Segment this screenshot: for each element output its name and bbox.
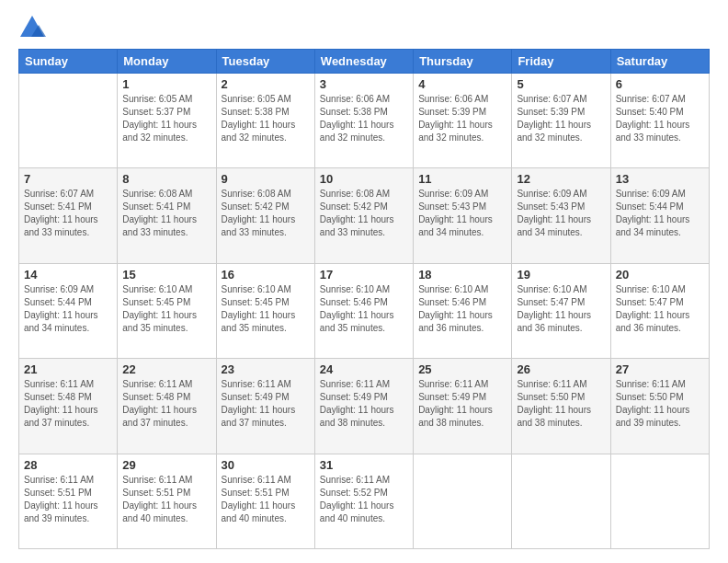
daylight-label: Daylight: 11 hoursand 32 minutes.	[320, 120, 394, 143]
daylight-label: Daylight: 11 hoursand 36 minutes.	[616, 310, 690, 333]
day-number: 8	[122, 172, 210, 186]
sunrise-label: Sunrise: 6:08 AM	[320, 189, 390, 199]
day-number: 22	[122, 362, 210, 376]
sunrise-label: Sunrise: 6:08 AM	[122, 189, 192, 199]
sunset-label: Sunset: 5:49 PM	[222, 392, 290, 402]
sunrise-label: Sunrise: 6:11 AM	[517, 379, 586, 389]
calendar-week-row: 1 Sunrise: 6:05 AM Sunset: 5:37 PM Dayli…	[19, 74, 710, 168]
sunrise-label: Sunrise: 6:10 AM	[222, 284, 291, 294]
calendar-day-cell: 12 Sunrise: 6:09 AM Sunset: 5:43 PM Dayl…	[512, 168, 610, 263]
calendar-day-cell: 26 Sunrise: 6:11 AM Sunset: 5:50 PM Dayl…	[512, 359, 610, 454]
day-number: 2	[222, 77, 310, 91]
sunset-label: Sunset: 5:41 PM	[122, 201, 190, 212]
page: SundayMondayTuesdayWednesdayThursdayFrid…	[0, 0, 728, 563]
day-number: 7	[24, 172, 112, 186]
day-number: 28	[24, 458, 112, 472]
day-info: Sunrise: 6:11 AM Sunset: 5:49 PM Dayligh…	[418, 378, 506, 430]
calendar-day-cell: 19 Sunrise: 6:10 AM Sunset: 5:47 PM Dayl…	[512, 263, 610, 358]
sunset-label: Sunset: 5:50 PM	[517, 392, 585, 402]
sunset-label: Sunset: 5:46 PM	[418, 297, 486, 307]
calendar-day-cell: 17 Sunrise: 6:10 AM Sunset: 5:46 PM Dayl…	[314, 263, 413, 358]
calendar-day-cell: 21 Sunrise: 6:11 AM Sunset: 5:48 PM Dayl…	[19, 359, 118, 454]
day-number: 17	[320, 268, 408, 282]
logo-icon	[18, 14, 46, 41]
sunrise-label: Sunrise: 6:06 AM	[418, 94, 488, 104]
sunset-label: Sunset: 5:52 PM	[320, 488, 388, 498]
calendar-table: SundayMondayTuesdayWednesdayThursdayFrid…	[18, 49, 710, 549]
sunset-label: Sunset: 5:42 PM	[320, 201, 388, 212]
sunrise-label: Sunrise: 6:10 AM	[418, 284, 488, 294]
daylight-label: Daylight: 11 hoursand 39 minutes.	[616, 405, 690, 428]
calendar-week-row: 28 Sunrise: 6:11 AM Sunset: 5:51 PM Dayl…	[19, 454, 710, 548]
sunrise-label: Sunrise: 6:05 AM	[222, 94, 291, 104]
day-number: 1	[122, 77, 210, 91]
calendar-day-cell: 29 Sunrise: 6:11 AM Sunset: 5:51 PM Dayl…	[118, 454, 216, 548]
calendar-day-cell: 30 Sunrise: 6:11 AM Sunset: 5:51 PM Dayl…	[216, 454, 314, 548]
day-info: Sunrise: 6:10 AM Sunset: 5:45 PM Dayligh…	[122, 283, 210, 335]
sunrise-label: Sunrise: 6:10 AM	[122, 284, 192, 294]
day-info: Sunrise: 6:08 AM Sunset: 5:42 PM Dayligh…	[320, 188, 408, 239]
daylight-label: Daylight: 11 hoursand 35 minutes.	[222, 310, 296, 333]
sunset-label: Sunset: 5:51 PM	[24, 488, 92, 498]
calendar-day-cell: 20 Sunrise: 6:10 AM Sunset: 5:47 PM Dayl…	[610, 263, 709, 358]
sunset-label: Sunset: 5:51 PM	[222, 488, 290, 498]
sunrise-label: Sunrise: 6:07 AM	[24, 189, 94, 199]
calendar-day-cell: 22 Sunrise: 6:11 AM Sunset: 5:48 PM Dayl…	[118, 359, 216, 454]
day-number: 29	[122, 458, 210, 472]
sunrise-label: Sunrise: 6:11 AM	[320, 379, 390, 389]
sunrise-label: Sunrise: 6:09 AM	[517, 189, 586, 199]
sunset-label: Sunset: 5:39 PM	[418, 107, 486, 117]
day-number: 23	[222, 362, 310, 376]
day-info: Sunrise: 6:09 AM Sunset: 5:44 PM Dayligh…	[616, 188, 704, 239]
day-number: 26	[517, 362, 605, 376]
header	[18, 14, 710, 41]
sunset-label: Sunset: 5:39 PM	[517, 107, 585, 117]
sunset-label: Sunset: 5:48 PM	[122, 392, 190, 402]
daylight-label: Daylight: 11 hoursand 37 minutes.	[222, 405, 296, 428]
sunrise-label: Sunrise: 6:08 AM	[222, 189, 291, 199]
calendar-day-cell: 27 Sunrise: 6:11 AM Sunset: 5:50 PM Dayl…	[610, 359, 709, 454]
day-info: Sunrise: 6:11 AM Sunset: 5:51 PM Dayligh…	[122, 474, 210, 525]
day-info: Sunrise: 6:09 AM Sunset: 5:43 PM Dayligh…	[517, 188, 605, 239]
daylight-label: Daylight: 11 hoursand 35 minutes.	[320, 310, 394, 333]
day-info: Sunrise: 6:06 AM Sunset: 5:39 PM Dayligh…	[418, 93, 506, 144]
daylight-label: Daylight: 11 hoursand 38 minutes.	[320, 405, 394, 428]
calendar-day-cell: 13 Sunrise: 6:09 AM Sunset: 5:44 PM Dayl…	[610, 168, 709, 263]
sunrise-label: Sunrise: 6:10 AM	[517, 284, 586, 294]
sunrise-label: Sunrise: 6:07 AM	[616, 94, 686, 104]
daylight-label: Daylight: 11 hoursand 34 minutes.	[616, 214, 690, 237]
calendar-day-cell: 23 Sunrise: 6:11 AM Sunset: 5:49 PM Dayl…	[216, 359, 314, 454]
sunrise-label: Sunrise: 6:10 AM	[320, 284, 390, 294]
sunrise-label: Sunrise: 6:11 AM	[418, 379, 488, 389]
day-number: 30	[222, 458, 310, 472]
day-number: 4	[418, 77, 506, 91]
sunset-label: Sunset: 5:40 PM	[616, 107, 684, 117]
day-info: Sunrise: 6:10 AM Sunset: 5:47 PM Dayligh…	[517, 283, 605, 335]
sunrise-label: Sunrise: 6:06 AM	[320, 94, 390, 104]
day-number: 5	[517, 77, 605, 91]
daylight-label: Daylight: 11 hoursand 34 minutes.	[418, 214, 493, 237]
sunrise-label: Sunrise: 6:09 AM	[24, 284, 94, 294]
sunset-label: Sunset: 5:44 PM	[616, 201, 684, 212]
sunrise-label: Sunrise: 6:07 AM	[517, 94, 586, 104]
daylight-label: Daylight: 11 hoursand 37 minutes.	[24, 405, 98, 428]
calendar-header-row: SundayMondayTuesdayWednesdayThursdayFrid…	[19, 50, 710, 74]
day-info: Sunrise: 6:11 AM Sunset: 5:49 PM Dayligh…	[222, 378, 310, 430]
day-number: 20	[616, 268, 704, 282]
daylight-label: Daylight: 11 hoursand 38 minutes.	[517, 405, 591, 428]
calendar-day-cell: 28 Sunrise: 6:11 AM Sunset: 5:51 PM Dayl…	[19, 454, 118, 548]
sunset-label: Sunset: 5:49 PM	[418, 392, 486, 402]
weekday-header: Thursday	[414, 50, 512, 74]
daylight-label: Daylight: 11 hoursand 33 minutes.	[222, 214, 296, 237]
sunrise-label: Sunrise: 6:09 AM	[418, 189, 488, 199]
sunset-label: Sunset: 5:47 PM	[517, 297, 585, 307]
sunset-label: Sunset: 5:43 PM	[517, 201, 585, 212]
calendar-day-cell: 11 Sunrise: 6:09 AM Sunset: 5:43 PM Dayl…	[414, 168, 512, 263]
sunset-label: Sunset: 5:50 PM	[616, 392, 684, 402]
calendar-day-cell: 15 Sunrise: 6:10 AM Sunset: 5:45 PM Dayl…	[118, 263, 216, 358]
sunrise-label: Sunrise: 6:11 AM	[222, 475, 291, 485]
day-number: 16	[222, 268, 310, 282]
daylight-label: Daylight: 11 hoursand 36 minutes.	[418, 310, 493, 333]
day-info: Sunrise: 6:09 AM Sunset: 5:43 PM Dayligh…	[418, 188, 506, 239]
day-info: Sunrise: 6:10 AM Sunset: 5:47 PM Dayligh…	[616, 283, 704, 335]
